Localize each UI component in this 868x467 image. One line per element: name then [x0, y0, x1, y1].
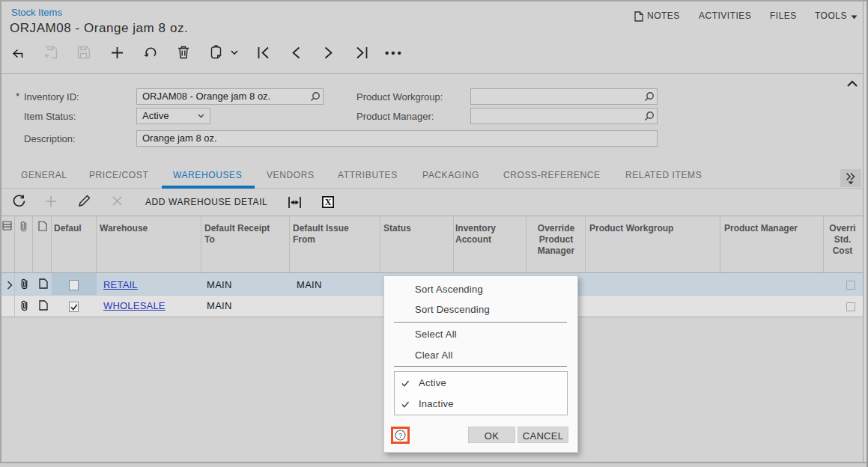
svg-text:X: X	[325, 197, 332, 207]
svg-text:?: ?	[398, 432, 402, 439]
